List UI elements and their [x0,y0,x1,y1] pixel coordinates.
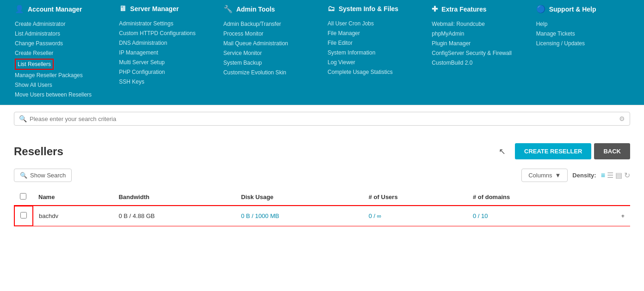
nav-link-item: CustomBuild 2.0 [432,59,525,67]
nav-link-list-resellers[interactable]: List Resellers [15,59,54,70]
show-search-label: Show Search [30,172,66,179]
nav-link-custombuild-2.0[interactable]: CustomBuild 2.0 [432,59,525,67]
nav-link-dns-administration[interactable]: DNS Administration [119,39,212,47]
search-bar-area: 🔍 ⚙ [0,105,644,132]
density-compact-icon[interactable]: ≡ [601,171,605,180]
nav-link-file-editor[interactable]: File Editor [328,39,421,47]
nav-link-licensing-/-updates[interactable]: Licensing / Updates [536,39,629,48]
cursor-icon: ↖ [499,146,506,157]
nav-link-move-users-between-resellers[interactable]: Move Users between Resellers [15,91,108,99]
nav-link-php-configuration[interactable]: PHP Configuration [119,68,212,76]
nav-link-item: All User Cron Jobs [328,19,421,28]
table-toolbar: 🔍 Show Search Columns ▼ Density: ≡ ☰ ▤ ↻ [14,169,630,182]
col-bandwidth: Bandwidth [113,188,235,206]
nav-link-admin-backup/transfer[interactable]: Admin Backup/Transfer [223,20,316,28]
back-button[interactable]: BACK [594,143,630,159]
search-icon: 🔍 [19,115,27,122]
nav-link-item: Manage Reseller Packages [15,71,108,79]
nav-link-all-user-cron-jobs[interactable]: All User Cron Jobs [328,19,421,28]
nav-link-item: Admin Backup/Transfer [223,20,316,28]
nav-icon-admin-tools: 🔧 [223,5,233,13]
nav-link-create-reseller[interactable]: Create Reseller [15,49,108,57]
nav-link-item: System Information [328,48,421,57]
density-refresh-icon[interactable]: ↻ [624,171,630,180]
nav-section-account-manager: 👤 Account ManagerCreate AdministratorLis… [9,0,113,105]
nav-link-manage-tickets[interactable]: Manage Tickets [536,30,629,38]
nav-title-admin-tools: 🔧 Admin Tools [223,5,316,15]
nav-link-log-viewer[interactable]: Log Viewer [328,58,421,67]
nav-link-multi-server-setup[interactable]: Multi Server Setup [119,58,212,67]
nav-icon-support-help: 🔵 [536,5,545,13]
nav-link-item: System Backup [223,59,316,67]
columns-dropdown-button[interactable]: Columns ▼ [521,169,568,182]
nav-link-customize-evolution-skin[interactable]: Customize Evolution Skin [223,68,316,77]
nav-link-change-passwords[interactable]: Change Passwords [15,39,108,48]
nav-link-configserver-security-&-firewall[interactable]: ConfigServer Security & Firewall [432,49,525,57]
row-users: 0 / ∞ [363,206,467,226]
create-reseller-button[interactable]: CREATE RESELLER [515,143,591,159]
nav-link-ip-management[interactable]: IP Management [119,48,212,57]
nav-title-server-manager: 🖥 Server Manager [119,5,212,15]
row-add-icon[interactable]: + [592,206,630,226]
nav-link-manage-reseller-packages[interactable]: Manage Reseller Packages [15,71,108,79]
nav-link-service-monitor[interactable]: Service Monitor [223,49,316,57]
nav-title-extra-features: ✚ Extra Features [432,5,525,15]
density-label: Density: [572,172,596,179]
nav-link-item: DNS Administration [119,39,212,47]
nav-link-system-information[interactable]: System Information [328,48,421,57]
nav-link-item: Mail Queue Administration [223,39,316,48]
nav-link-create-administrator[interactable]: Create Administrator [15,20,108,28]
nav-link-item: SSH Keys [119,78,212,86]
nav-link-item: List Resellers [15,59,108,70]
nav-link-list-administrators[interactable]: List Administrators [15,30,108,38]
gear-icon[interactable]: ⚙ [619,115,625,122]
nav-links-extra-features: Webmail: RoundcubephpMyAdminPlugin Manag… [432,20,525,67]
nav-link-file-manager[interactable]: File Manager [328,29,421,37]
row-name: bachdv [33,206,113,226]
nav-links-server-manager: Administrator SettingsCustom HTTPD Confi… [119,19,212,86]
toolbar-right: Columns ▼ Density: ≡ ☰ ▤ ↻ [521,169,630,182]
nav-link-plugin-manager[interactable]: Plugin Manager [432,39,525,48]
nav-link-mail-queue-administration[interactable]: Mail Queue Administration [223,39,316,48]
row-checkbox[interactable] [20,212,27,218]
nav-link-phpmyadmin[interactable]: phpMyAdmin [432,30,525,38]
nav-link-process-monitor[interactable]: Process Monitor [223,30,316,38]
nav-icon-server-manager: 🖥 [119,5,126,13]
nav-link-ssh-keys[interactable]: SSH Keys [119,78,212,86]
chevron-down-icon: ▼ [555,172,561,179]
search-input[interactable] [30,115,616,122]
search-input-wrap[interactable]: 🔍 ⚙ [14,112,630,126]
table-header: Name Bandwidth Disk Usage # of Users # o… [14,188,630,206]
nav-icon-account-manager: 👤 [15,5,24,13]
nav-section-system-info-files: 🗂 System Info & FilesAll User Cron JobsF… [322,0,426,105]
nav-link-help[interactable]: Help [536,20,629,28]
nav-links-support-help: HelpManage TicketsLicensing / Updates [536,20,629,48]
nav-link-item: Customize Evolution Skin [223,68,316,77]
nav-link-item: Create Administrator [15,20,108,28]
page-title: Resellers [14,145,499,158]
nav-link-administrator-settings[interactable]: Administrator Settings [119,19,212,28]
show-search-button[interactable]: 🔍 Show Search [14,169,72,182]
nav-link-item: List Administrators [15,30,108,38]
col-disk-usage: Disk Usage [235,188,363,206]
nav-link-show-all-users[interactable]: Show All Users [15,81,108,89]
nav-link-item: Administrator Settings [119,19,212,28]
row-disk-usage: 0 B / 1000 MB [235,206,363,226]
nav-link-item: File Editor [328,39,421,47]
nav-title-system-info-files: 🗂 System Info & Files [328,5,421,15]
density-medium-icon[interactable]: ☰ [607,171,613,180]
nav-link-item: Custom HTTPD Configurations [119,29,212,37]
nav-link-item: Create Reseller [15,49,108,57]
col-users: # of Users [363,188,467,206]
nav-link-custom-httpd-configurations[interactable]: Custom HTTPD Configurations [119,29,212,37]
nav-link-system-backup[interactable]: System Backup [223,59,316,67]
density-comfortable-icon[interactable]: ▤ [615,171,622,180]
nav-link-complete-usage-statistics[interactable]: Complete Usage Statistics [328,68,421,76]
nav-link-item: File Manager [328,29,421,37]
nav-title-support-help: 🔵 Support & Help [536,5,629,15]
table-row: bachdv0 B / 4.88 GB0 B / 1000 MB0 / ∞0 /… [14,206,630,226]
nav-links-system-info-files: All User Cron JobsFile ManagerFile Edito… [328,19,421,76]
nav-links-admin-tools: Admin Backup/TransferProcess MonitorMail… [223,20,316,77]
nav-link-webmail:-roundcube[interactable]: Webmail: Roundcube [432,20,525,28]
select-all-checkbox[interactable] [20,193,26,200]
